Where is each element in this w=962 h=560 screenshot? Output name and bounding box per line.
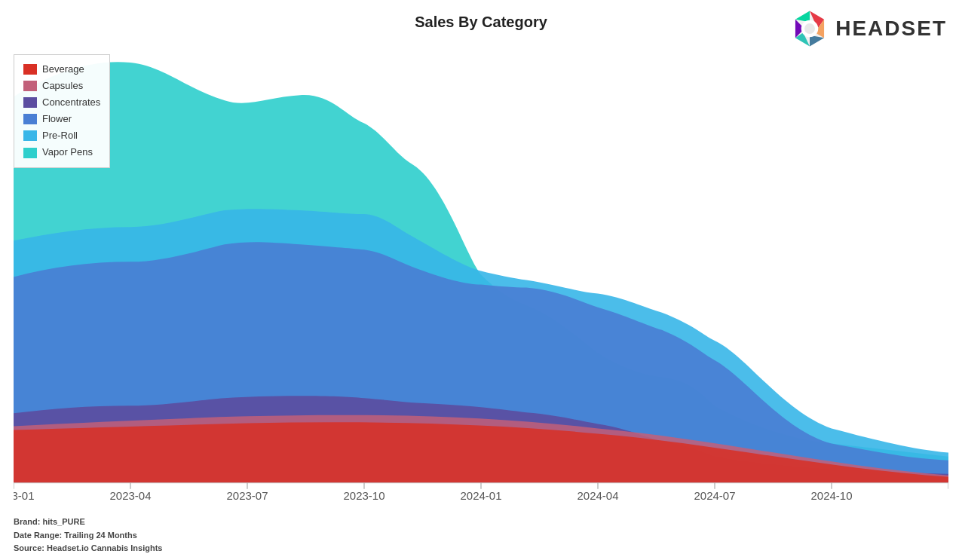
legend-item-preroll: Pre-Roll [23,127,100,144]
svg-point-2 [804,23,815,34]
source-line: Source: Headset.io Cannabis Insights [14,542,162,555]
vaporpens-swatch [23,148,37,158]
brand-line: Brand: hits_PURE [14,516,162,529]
concentrates-label: Concentrates [42,94,100,111]
xaxis-label-4: 2023-10 [344,489,385,502]
chart-svg: 2023-01 2023-04 2023-07 2023-10 2024-01 … [14,51,948,513]
source-value: Headset.io Cannabis Insights [47,543,162,552]
preroll-label: Pre-Roll [42,127,78,144]
chart-area: 2023-01 2023-04 2023-07 2023-10 2024-01 … [14,51,948,513]
xaxis-label-7: 2024-07 [694,489,736,502]
source-label: Source: [14,543,44,552]
flower-label: Flower [42,111,72,127]
brand-value: hits_PURE [43,517,85,526]
legend-item-vaporpens: Vapor Pens [23,144,100,161]
xaxis-label-5: 2024-01 [461,489,502,502]
headset-logo-icon [790,9,829,48]
date-range-value: Trailing 24 Months [64,531,137,540]
legend-item-concentrates: Concentrates [23,94,100,111]
legend-item-capsules: Capsules [23,78,100,94]
chart-legend: Beverage Capsules Concentrates Flower Pr… [14,54,110,168]
vaporpens-label: Vapor Pens [42,144,93,161]
preroll-swatch [23,130,37,141]
capsules-label: Capsules [42,78,83,94]
headset-logo: HEADSET [790,9,947,48]
legend-item-beverage: Beverage [23,61,100,78]
capsules-swatch [23,81,37,91]
logo-text: HEADSET [835,17,947,41]
xaxis-label-3: 2023-07 [227,489,268,502]
date-range-line: Date Range: Trailing 24 Months [14,529,162,543]
legend-item-flower: Flower [23,111,100,127]
brand-label: Brand: [14,517,40,526]
xaxis-label-1: 2023-01 [14,489,34,502]
footer-info: Brand: hits_PURE Date Range: Trailing 24… [14,516,162,555]
date-range-label: Date Range: [14,531,62,540]
beverage-label: Beverage [42,61,84,78]
xaxis-label-8: 2024-10 [811,489,853,502]
xaxis-label-2: 2023-04 [110,489,152,502]
concentrates-swatch [23,97,37,108]
beverage-swatch [23,64,37,75]
flower-swatch [23,114,37,124]
xaxis-label-6: 2024-04 [578,489,619,502]
chart-container: HEADSET Sales By Category Beverage Capsu… [0,0,962,560]
